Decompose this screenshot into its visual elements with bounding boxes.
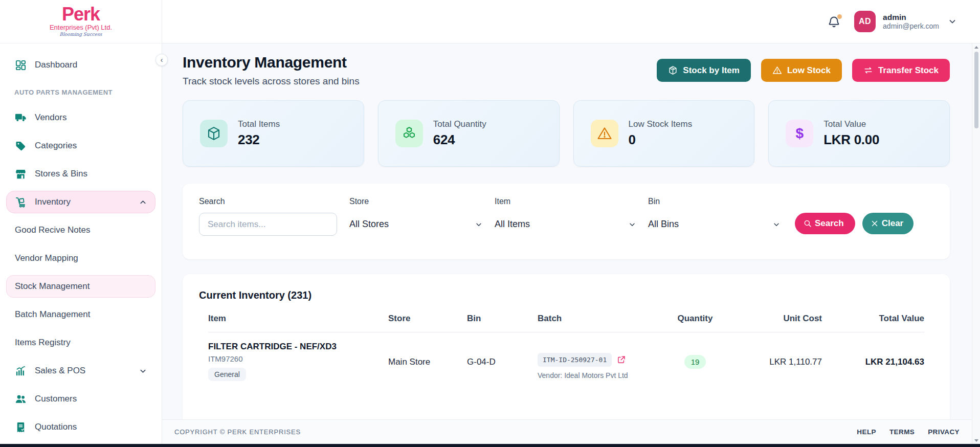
column-header-bin: Bin [467,314,538,324]
sidebar-item-categories[interactable]: Categories [6,135,155,157]
copyright-text: COPYRIGHT © PERK ENTERPRISES [174,428,301,436]
stat-text: Total Items 232 [238,119,280,148]
sidebar-item-label: Categories [35,141,77,151]
user-menu-chevron-icon[interactable] [948,17,956,26]
footer-links: HELP TERMS PRIVACY [857,428,960,436]
sidebar-item-dashboard[interactable]: Dashboard [6,54,155,76]
stock-by-item-button[interactable]: Stock by Item [657,59,751,82]
sidebar-subitem-vendor-mapping[interactable]: Vendor Mapping [6,247,155,270]
scroll-down-arrow[interactable] [972,437,980,444]
close-icon [870,219,879,228]
sidebar-item-label: Quotations [35,422,77,432]
stat-card-low-stock-items: Low Stock Items 0 [573,100,755,167]
store-cell: Main Store [388,357,467,381]
search-input[interactable] [199,213,337,236]
notification-dot [837,14,842,19]
stat-label: Total Value [823,119,879,129]
store-select[interactable]: All Stores [349,213,482,236]
batch-line: ITM-ID-250927-01 [538,353,671,367]
sidebar-subitem-good-receive-notes[interactable]: Good Recive Notes [6,219,155,241]
sales-chart-icon [15,365,27,377]
sidebar-item-vendors[interactable]: Vendors [6,106,155,129]
button-label: Stock by Item [683,65,740,76]
user-name: admin [883,12,939,22]
sidebar-item-label: Customers [35,394,77,404]
scroll-up-arrow[interactable] [972,43,980,51]
main-area: AD admin admin@perk.com Inventory Manage… [162,0,980,444]
page-title: Inventory Management [183,54,360,71]
vertical-scrollbar[interactable] [972,43,980,444]
brand-name: Perk [62,6,100,23]
footer: COPYRIGHT © PERK ENTERPRISES HELP TERMS … [162,419,980,444]
dashboard-icon [15,59,27,71]
item-select[interactable]: All Items [495,213,636,236]
user-email: admin@perk.com [883,22,939,31]
page-header: Inventory Management Track stock levels … [183,54,950,87]
filter-row: Search Store All Stores Item All Item [183,184,950,236]
search-icon [803,219,812,228]
sidebar-item-label: Vendors [35,113,66,123]
low-stock-button[interactable]: Low Stock [761,59,842,82]
filter-item-group: Item All Items [495,197,636,236]
column-header-unit-cost: Unit Cost [720,314,822,324]
warning-triangle-icon [772,65,782,75]
sidebar-item-label: Inventory [35,197,71,207]
sidebar-subitem-batch-management[interactable]: Batch Management [6,303,155,326]
brand-logo: Perk Enterprises (Pvt) Ltd. Blooming Suc… [0,0,162,43]
button-label: Transfer Stock [878,65,939,76]
chevron-down-icon [773,221,780,228]
avatar[interactable]: AD [854,11,876,32]
bin-select[interactable]: All Bins [648,213,780,236]
search-button[interactable]: Search [795,213,855,234]
page-actions: Stock by Item Low Stock Transfer Stock [657,59,950,82]
item-code: ITM97260 [208,354,388,363]
scrollbar-thumb[interactable] [974,52,978,128]
users-icon [15,393,27,405]
column-header-batch: Batch [538,314,671,324]
sidebar-section-label: AUTO PARTS MANAGEMENT [14,88,147,96]
filter-panel: Search Store All Stores Item All Item [183,184,950,259]
button-label: Search [815,218,844,229]
column-header-quantity: Quantity [671,314,720,324]
item-name: FILTER CARTRIDGE - NEF/XD3 [208,342,388,352]
receipt-check-icon [15,421,27,433]
page-content: Inventory Management Track stock levels … [162,43,980,419]
stat-card-total-value: $ Total Value LKR 0.00 [768,100,950,167]
column-header-total-value: Total Value [822,314,924,324]
sidebar-subitem-items-registry[interactable]: Items Registry [6,331,155,354]
external-link-icon[interactable] [617,355,626,364]
footer-link-privacy[interactable]: PRIVACY [928,428,960,436]
chevron-up-icon [139,198,147,206]
sidebar-item-sales-pos[interactable]: Sales & POS [6,360,155,382]
transfer-arrows-icon [863,65,873,75]
transfer-stock-button[interactable]: Transfer Stock [852,59,950,82]
notifications-bell-icon[interactable] [827,15,841,29]
warning-triangle-icon [591,120,618,147]
chevron-down-icon [629,221,636,228]
chevron-down-icon [475,221,482,228]
stat-card-total-quantity: Total Quantity 624 [378,100,560,167]
sidebar-collapse-button[interactable]: ‹ [155,54,168,66]
window-bottom-edge [0,444,980,447]
sidebar-subitem-stock-management[interactable]: Stock Management [6,275,155,298]
dollar-glyph: $ [795,125,804,142]
sidebar-item-inventory[interactable]: Inventory [6,191,155,213]
stat-label: Low Stock Items [629,119,693,129]
stat-value: LKR 0.00 [823,132,879,148]
filter-bin-group: Bin All Bins [648,197,780,236]
clear-button[interactable]: Clear [862,213,914,234]
box-icon [200,120,228,147]
user-info: admin admin@perk.com [883,12,939,31]
total-value-cell: LKR 21,104.63 [822,357,924,381]
page-title-block: Inventory Management Track stock levels … [183,54,360,87]
bin-select-value: All Bins [648,219,679,230]
sidebar-item-stores-bins[interactable]: Stores & Bins [6,163,155,185]
dollar-icon: $ [786,120,813,147]
footer-link-terms[interactable]: TERMS [889,428,915,436]
footer-link-help[interactable]: HELP [857,428,876,436]
button-label: Clear [882,218,904,229]
sidebar-item-customers[interactable]: Customers [6,388,155,410]
stat-value: 232 [238,132,280,148]
hand-truck-icon [15,196,27,208]
sidebar-item-quotations[interactable]: Quotations [6,416,155,438]
